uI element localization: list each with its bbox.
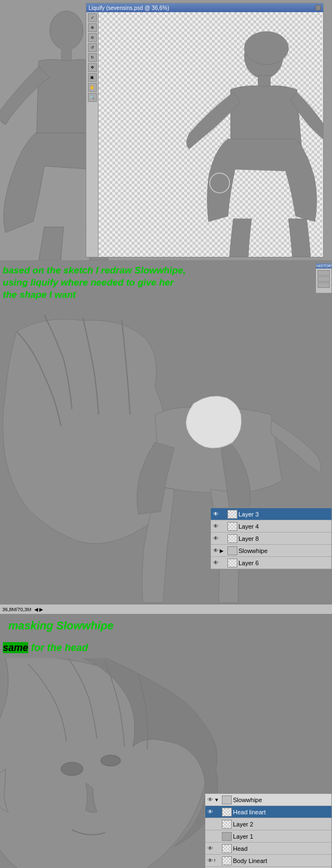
layer-eye-icon[interactable]: ○ (206, 820, 214, 828)
layer-name: Layer 3 (238, 511, 259, 518)
layer-eye-icon[interactable]: 👁 (212, 523, 220, 530)
layer-name: Slowwhipe (238, 547, 268, 554)
layer-eye-icon[interactable]: 👁 (212, 547, 220, 555)
layer-name: Layer 2 (233, 821, 253, 828)
svg-rect-5 (258, 76, 271, 87)
layer-row-slowwhipe[interactable]: 👁 ▶ Slowwhipe (211, 545, 331, 557)
layer-arrow: f (214, 859, 221, 862)
tool-item[interactable]: ↺ (88, 43, 97, 52)
layer-eye-icon[interactable]: ○ (206, 833, 214, 840)
layer-eye-icon[interactable]: 👁 (212, 535, 220, 542)
layer-row-layer4[interactable]: 👁 Layer 4 (211, 520, 331, 533)
svg-point-4 (245, 32, 289, 65)
head-text-section: same for the head (0, 638, 332, 658)
layer-thumb-group (222, 795, 232, 804)
ps-canvas (98, 12, 323, 257)
svg-rect-2 (61, 47, 72, 61)
annotation-text-1: based on the sketch I redraw Slowwhipe, … (3, 265, 329, 301)
head-layer-row-slowwhipe[interactable]: 👁 ▼ Slowwhipe (205, 794, 331, 806)
svg-point-1 (50, 11, 83, 50)
layer-row-layer6[interactable]: 👁 Layer 6 (211, 557, 331, 569)
status-nav[interactable]: ◀ (34, 607, 38, 612)
tool-item[interactable]: ✥ (88, 63, 97, 72)
svg-point-10 (101, 755, 121, 766)
masking-text: masking Slowwhipe (8, 619, 113, 632)
history-item (318, 282, 330, 288)
same-highlight: same (3, 642, 28, 653)
svg-point-9 (61, 762, 83, 776)
layer-eye-icon[interactable]: 👁 (206, 796, 214, 804)
for-the-head-text: for the head (31, 642, 88, 653)
layer-eye-icon[interactable]: 👁 (212, 559, 220, 567)
layer-eye-icon[interactable]: 👁 (206, 808, 214, 816)
history-item (318, 276, 330, 282)
tool-item[interactable]: ▣ (88, 73, 97, 82)
layer-thumb (227, 510, 237, 519)
head-layer-row-head[interactable]: 👁 Head (205, 843, 331, 855)
tool-item[interactable]: 🖐 (88, 83, 97, 92)
same-for-head-text: same for the head (3, 642, 88, 653)
layer-thumb-group (227, 546, 237, 555)
layer-thumb (222, 844, 232, 853)
ps-close-button[interactable] (315, 5, 321, 11)
layer-thumb (222, 856, 232, 865)
tool-item[interactable]: ⊖ (88, 33, 97, 42)
masking-section: masking Slowwhipe (0, 614, 332, 638)
layer-thumb (222, 832, 232, 841)
history-panel: HISTORY (315, 263, 332, 293)
layer-name: Layer 1 (233, 833, 253, 840)
layer-name: Head lineart (233, 809, 266, 815)
layer-name: Layer 8 (238, 535, 259, 542)
status-bar-1: 36,8M/70,3M ◀ ▶ (0, 604, 332, 614)
head-layers-panel: 👁 ▼ Slowwhipe 👁 Head lineart ○ Layer 2 ○… (205, 793, 332, 868)
layer-group-arrow[interactable]: ▼ (214, 797, 221, 803)
tool-item[interactable]: ⊕ (88, 23, 97, 32)
layer-name: Layer 4 (238, 523, 259, 530)
status-text: 36,8M/70,3M (2, 607, 32, 612)
head-layer-row-head-lineart[interactable]: 👁 Head lineart (205, 806, 331, 818)
layer-thumb (227, 559, 237, 567)
layer-name: Layer 6 (238, 560, 259, 566)
head-layer-row-layer2[interactable]: ○ Layer 2 (205, 818, 331, 830)
annotation-line3: the shape I want (3, 290, 76, 300)
head-layer-row-body-lineart[interactable]: 👁 f Body Lineart (205, 855, 331, 867)
layer-name: Slowwhipe (233, 797, 262, 803)
status-nav-right[interactable]: ▶ (39, 607, 43, 612)
layer-name: Head (233, 845, 247, 852)
tool-item[interactable]: ↻ (88, 53, 97, 62)
layer-thumb (227, 522, 237, 531)
head-layer-row-layer1[interactable]: ○ Layer 1 (205, 830, 331, 843)
layers-panel-1: 👁 Layer 3 👁 Layer 4 👁 Layer 8 👁 ▶ Slowwh… (210, 508, 332, 570)
layer-eye-icon[interactable]: 👁 (212, 510, 220, 518)
ps-title: Liquify (sevensins.psd @ 36,6%) (89, 5, 169, 11)
annotation-section-1: based on the sketch I redraw Slowwhipe, … (0, 260, 332, 304)
annotation-line2: using liquify where needed to give her (3, 277, 174, 288)
ps-toolbar: ⤢ ⊕ ⊖ ↺ ↻ ✥ ▣ 🖐 🔍 (86, 12, 98, 257)
ps-titlebar: Liquify (sevensins.psd @ 36,6%) (86, 3, 323, 12)
layer-eye-icon[interactable]: 👁 (206, 857, 214, 865)
layer-name: Body Lineart (233, 857, 267, 864)
tool-item[interactable]: ⤢ (88, 13, 97, 22)
layer-eye-icon[interactable]: 👁 (206, 845, 214, 852)
history-item (318, 270, 330, 276)
layer-thumb (222, 820, 232, 829)
figure-section-2: 👁 Layer 3 👁 Layer 4 👁 Layer 8 👁 ▶ Slowwh… (0, 304, 332, 614)
annotation-line1: based on the sketch I redraw Slowwhipe, (3, 265, 186, 276)
top-photoshop-section: Liquify (sevensins.psd @ 36,6%) ⤢ ⊕ ⊖ ↺ … (0, 0, 332, 260)
layer-thumb (227, 534, 237, 543)
tool-item[interactable]: 🔍 (88, 93, 97, 102)
history-content (316, 268, 331, 290)
head-section: 👁 ▼ Slowwhipe 👁 Head lineart ○ Layer 2 ○… (0, 658, 332, 868)
photoshop-window: Liquify (sevensins.psd @ 36,6%) ⤢ ⊕ ⊖ ↺ … (86, 3, 324, 257)
layer-thumb (222, 808, 232, 817)
layer-group-arrow[interactable]: ▶ (220, 548, 226, 554)
history-title: HISTORY (316, 264, 331, 268)
layer-row-layer3[interactable]: 👁 Layer 3 (211, 508, 331, 520)
layer-row-layer8[interactable]: 👁 Layer 8 (211, 533, 331, 545)
